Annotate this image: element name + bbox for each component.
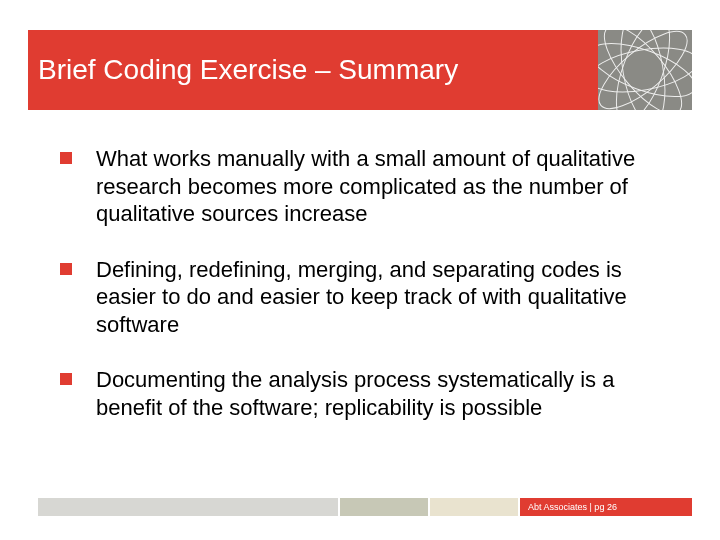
footer-block-grey [38, 498, 338, 516]
bullet-item: What works manually with a small amount … [60, 145, 680, 228]
footer-block-olive [340, 498, 428, 516]
bullet-square-icon [60, 373, 72, 385]
footer-bar: Abt Associates | pg 26 [38, 498, 692, 516]
title-bar: Brief Coding Exercise – Summary [28, 30, 598, 110]
slide: Brief Coding Exercise – Summary What wor… [0, 0, 720, 540]
footer-block-cream [430, 498, 518, 516]
svg-point-5 [598, 41, 692, 99]
bullet-text: What works manually with a small amount … [96, 145, 680, 228]
content-area: What works manually with a small amount … [60, 145, 680, 449]
bullet-square-icon [60, 152, 72, 164]
svg-point-1 [598, 30, 692, 110]
logo-box [598, 30, 692, 110]
svg-point-4 [598, 30, 692, 110]
bullet-text: Defining, redefining, merging, and separ… [96, 256, 680, 339]
bullet-square-icon [60, 263, 72, 275]
slide-title: Brief Coding Exercise – Summary [38, 54, 458, 86]
footer-attribution: Abt Associates | pg 26 [528, 502, 617, 512]
bullet-item: Defining, redefining, merging, and separ… [60, 256, 680, 339]
bullet-item: Documenting the analysis process systema… [60, 366, 680, 421]
logo-swirl-icon [598, 30, 692, 110]
bullet-text: Documenting the analysis process systema… [96, 366, 680, 421]
footer-block-accent: Abt Associates | pg 26 [520, 498, 692, 516]
